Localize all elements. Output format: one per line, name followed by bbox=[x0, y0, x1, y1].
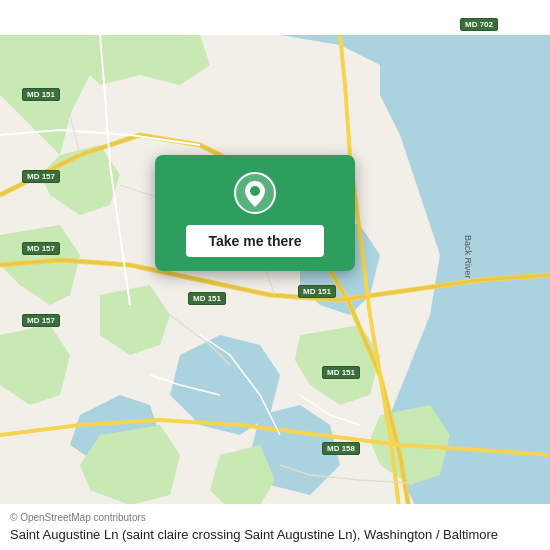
popup-card: Take me there bbox=[155, 155, 355, 271]
road-badge-md151-mid: MD 151 bbox=[298, 285, 336, 298]
take-me-there-button[interactable]: Take me there bbox=[186, 225, 323, 257]
road-badge-md157-2: MD 157 bbox=[22, 242, 60, 255]
location-text: Saint Augustine Ln (saint claire crossin… bbox=[10, 527, 540, 544]
svg-text:Back River: Back River bbox=[463, 235, 473, 279]
map-container: Back River MD 151 MD 157 MD 157 MD 157 M… bbox=[0, 0, 550, 550]
road-badge-md157-1: MD 157 bbox=[22, 170, 60, 183]
bottom-bar: © OpenStreetMap contributors Saint Augus… bbox=[0, 504, 550, 550]
road-badge-md702: MD 702 bbox=[460, 18, 498, 31]
road-badge-md151-lower-right: MD 151 bbox=[322, 366, 360, 379]
road-badge-md157-3: MD 157 bbox=[22, 314, 60, 327]
road-badge-md151-topleft: MD 151 bbox=[22, 88, 60, 101]
location-pin-icon bbox=[233, 171, 277, 215]
road-badge-md151-lower-left: MD 151 bbox=[188, 292, 226, 305]
attribution: © OpenStreetMap contributors bbox=[10, 512, 540, 523]
svg-point-3 bbox=[250, 186, 260, 196]
road-badge-md158: MD 158 bbox=[322, 442, 360, 455]
